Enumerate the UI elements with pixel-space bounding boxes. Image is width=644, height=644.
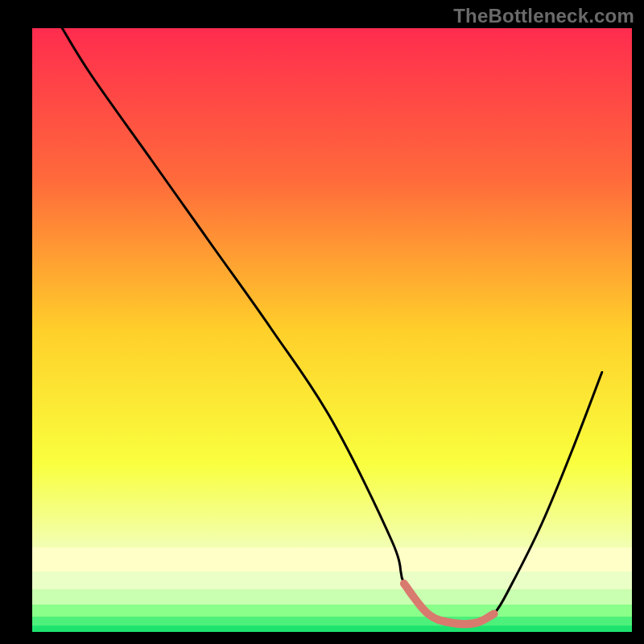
green-band bbox=[32, 547, 632, 572]
green-band bbox=[32, 626, 632, 633]
green-band bbox=[32, 590, 632, 605]
bottleneck-plot bbox=[0, 0, 644, 644]
green-band bbox=[32, 572, 632, 590]
green-band bbox=[32, 605, 632, 617]
bottom-green-bands bbox=[32, 547, 632, 632]
green-band bbox=[32, 617, 632, 625]
chart-stage: TheBottleneck.com bbox=[0, 0, 644, 644]
watermark-text: TheBottleneck.com bbox=[453, 5, 634, 27]
